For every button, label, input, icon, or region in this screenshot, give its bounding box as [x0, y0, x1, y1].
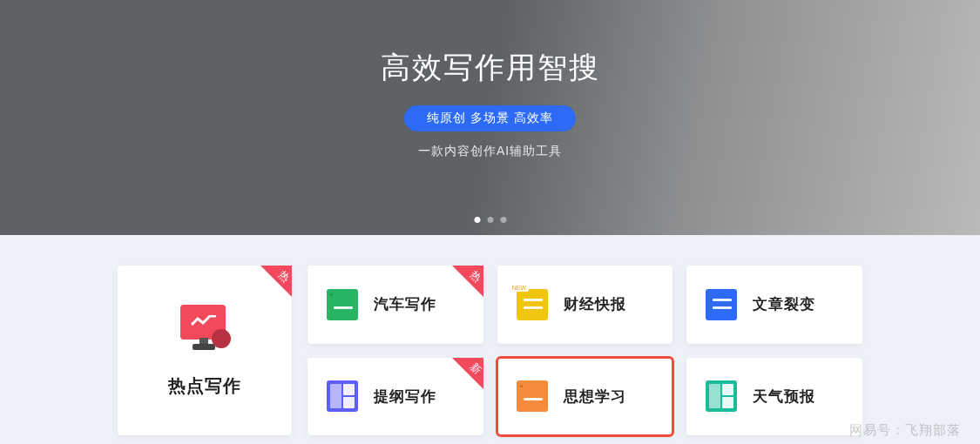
doc-blue-icon: [706, 289, 737, 320]
card-finance-news[interactable]: NEW 财经快报: [497, 266, 673, 344]
card-outline-writing[interactable]: 新 提纲写作: [308, 358, 483, 436]
chart-monitor-icon: [177, 303, 233, 350]
book-green-icon: [327, 289, 358, 320]
hero-subtitle: 一款内容创作AI辅助工具: [418, 144, 562, 159]
carousel-dot[interactable]: [474, 217, 480, 223]
card-article-split[interactable]: 文章裂变: [686, 266, 862, 344]
card-weather-forecast[interactable]: 天气预报: [686, 358, 862, 436]
hero-title: 高效写作用智搜: [381, 48, 600, 88]
card-title: 文章裂变: [753, 294, 815, 314]
card-title: 天气预报: [753, 387, 815, 407]
card-title: 提纲写作: [374, 387, 436, 407]
carousel-dot[interactable]: [500, 217, 506, 223]
cards-grid: 热 汽车写作 NEW 财经快报 文章裂变 新 提纲写作 思想学习 天气预报: [308, 266, 862, 435]
panel-teal-icon: [706, 380, 737, 412]
card-title: 财经快报: [564, 294, 626, 314]
featured-card-title: 热点写作: [168, 374, 241, 398]
grid-purple-icon: [327, 380, 358, 412]
card-auto-writing[interactable]: 热 汽车写作: [308, 266, 483, 344]
cards-area: 热 热点写作 热 汽车写作 NEW 财经快报 文章裂变: [0, 235, 980, 435]
hero-banner: 高效写作用智搜 纯原创 多场景 高效率 一款内容创作AI辅助工具: [0, 0, 980, 235]
card-thought-study[interactable]: 思想学习: [497, 358, 673, 436]
carousel-dot[interactable]: [487, 217, 493, 223]
news-yellow-icon: NEW: [517, 289, 548, 320]
book-orange-icon: [517, 380, 548, 412]
hero-badge: 纯原创 多场景 高效率: [404, 105, 576, 131]
card-title: 思想学习: [564, 387, 626, 407]
card-title: 汽车写作: [374, 294, 436, 314]
featured-card-hotspot-writing[interactable]: 热 热点写作: [118, 266, 292, 435]
carousel-dots[interactable]: [474, 217, 506, 223]
